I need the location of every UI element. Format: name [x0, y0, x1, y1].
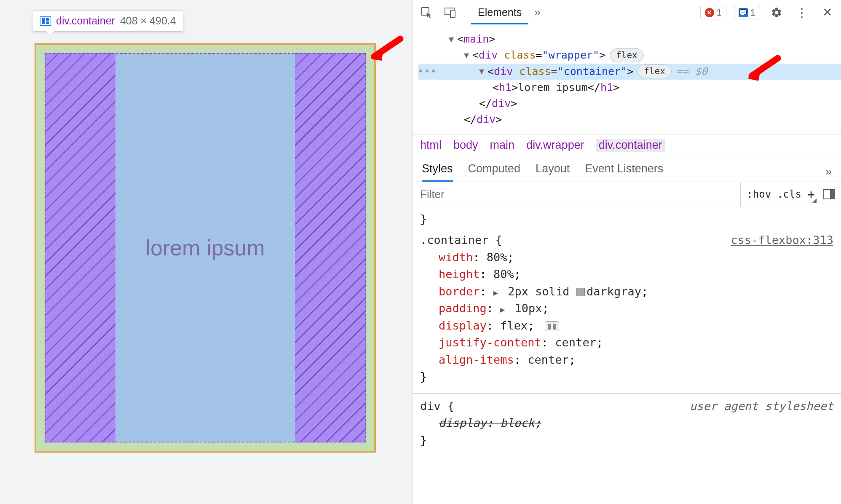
inspect-element-button[interactable]	[418, 4, 435, 21]
dom-attr-value: "container"	[557, 64, 627, 79]
flex-badge[interactable]: flex	[637, 64, 672, 78]
devtools-toolbar: Elements » ✕ 1 💬 1 ⋮ ✕	[412, 0, 841, 25]
breadcrumb-item[interactable]: div.wrapper	[526, 139, 584, 152]
annotation-arrow-right	[744, 55, 782, 86]
dom-node-close-div[interactable]: </div>	[418, 96, 841, 112]
styles-filter-row: :hov .cls +	[412, 182, 841, 207]
svg-rect-0	[40, 16, 51, 26]
styles-tools: :hov .cls +	[740, 182, 841, 207]
console-reference: == $0	[676, 64, 707, 79]
styles-filter-input[interactable]	[412, 182, 740, 207]
styles-tabs: Styles Computed Layout Event Listeners »	[412, 156, 841, 182]
highlight-padding: lorem ipsum	[36, 45, 374, 451]
svg-rect-2	[46, 18, 49, 21]
breadcrumb: html body main div.wrapper div.container	[412, 134, 841, 156]
device-toolbar-button[interactable]	[441, 4, 459, 21]
rule-close-brace: }	[420, 368, 833, 386]
inspector-tooltip: div.container 408 × 490.4	[33, 10, 183, 32]
cls-toggle[interactable]: .cls	[777, 188, 801, 200]
annotation-arrow-left	[371, 35, 404, 67]
tab-layout[interactable]: Layout	[536, 162, 570, 182]
dom-attr: class	[504, 48, 536, 63]
ellipsis-icon[interactable]: •••	[418, 64, 437, 79]
toolbar-divider	[465, 5, 465, 20]
rule-close-brace: }	[420, 432, 833, 449]
tooltip-dimensions: 408 × 490.4	[120, 15, 176, 27]
css-decl[interactable]: width: 80%;	[420, 249, 833, 266]
highlight-content-row: lorem ipsum	[45, 53, 366, 442]
settings-button[interactable]	[768, 4, 785, 21]
breadcrumb-item-active[interactable]: div.container	[596, 139, 665, 152]
styles-rules: } css-flexbox:313 .container { width: 80…	[412, 207, 841, 474]
flex-editor-icon[interactable]	[545, 321, 559, 331]
flex-badge[interactable]: flex	[610, 48, 644, 62]
tab-styles[interactable]: Styles	[422, 162, 453, 182]
css-decl[interactable]: padding: ▶ 10px;	[420, 300, 833, 317]
new-rule-button[interactable]: +	[807, 187, 817, 202]
dom-tag: main	[463, 32, 489, 47]
tooltip-tag: div	[56, 15, 69, 27]
dom-node-main[interactable]: ▼<main>	[418, 31, 841, 47]
breadcrumb-item[interactable]: html	[420, 139, 442, 152]
dom-tag: div	[477, 112, 495, 127]
close-devtools-button[interactable]: ✕	[818, 4, 836, 21]
css-decl[interactable]: height: 80%;	[420, 266, 833, 283]
dom-text: lorem ipsum	[518, 80, 588, 95]
tab-event-listeners[interactable]: Event Listeners	[585, 162, 663, 182]
color-swatch[interactable]	[576, 288, 585, 296]
dom-node-close-div-2[interactable]: </div>	[418, 112, 841, 128]
dom-attr-value: "wrapper"	[542, 48, 599, 63]
css-decl[interactable]: border: ▶ 2px solid darkgray;	[420, 283, 833, 300]
inspected-element-highlight: lorem ipsum	[35, 43, 376, 453]
css-decl[interactable]: align-items: center;	[420, 351, 833, 369]
css-rule-container[interactable]: css-flexbox:313 .container { width: 80%;…	[420, 232, 833, 386]
toolbar-right: ✕ 1 💬 1 ⋮ ✕	[700, 4, 836, 21]
tooltip-class: .container	[69, 15, 115, 27]
highlight-content: lorem ipsum	[115, 53, 295, 442]
dom-tag: div	[479, 48, 498, 63]
rule-separator	[412, 393, 841, 394]
rule-source-ua: user agent stylesheet	[690, 398, 833, 415]
page-preview: div.container 408 × 490.4 lorem ipsum	[0, 0, 412, 504]
dom-tag: h1	[499, 80, 512, 95]
info-count: 1	[750, 7, 755, 18]
dom-tag: h1	[600, 80, 613, 95]
tab-elements[interactable]: Elements	[471, 0, 528, 24]
dom-tag: div	[492, 96, 511, 111]
svg-rect-7	[450, 10, 455, 18]
css-rule-ua[interactable]: user agent stylesheet div { display: blo…	[420, 398, 833, 449]
flex-grid-icon	[40, 16, 51, 26]
dom-tag: div	[494, 64, 513, 79]
toggle-sidebar-icon[interactable]	[823, 189, 835, 199]
svg-rect-3	[46, 21, 49, 24]
css-decl[interactable]: display: flex;	[420, 317, 833, 335]
css-decl[interactable]: justify-content: center;	[420, 334, 833, 351]
highlight-flex-gap-right	[295, 53, 366, 442]
preview-text: lorem ipsum	[145, 235, 265, 260]
tooltip-selector: div.container	[56, 15, 115, 27]
hov-toggle[interactable]: :hov	[747, 188, 771, 200]
more-tabs-chevron-icon[interactable]: »	[534, 6, 540, 19]
svg-rect-1	[42, 18, 45, 24]
error-count: 1	[717, 7, 722, 18]
error-badge[interactable]: ✕ 1	[700, 6, 726, 19]
more-menu-button[interactable]: ⋮	[793, 4, 811, 21]
highlight-flex-gap-left	[45, 53, 115, 442]
breadcrumb-item[interactable]: main	[490, 139, 515, 152]
css-decl-overridden[interactable]: display: block;	[420, 415, 833, 432]
error-icon: ✕	[705, 8, 714, 17]
dom-attr: class	[519, 64, 551, 79]
tab-computed[interactable]: Computed	[468, 162, 521, 182]
rule-source-link[interactable]: css-flexbox:313	[731, 232, 833, 249]
more-tabs-chevron-icon[interactable]: »	[825, 165, 832, 178]
message-icon: 💬	[739, 8, 748, 17]
info-badge[interactable]: 💬 1	[734, 6, 760, 19]
breadcrumb-item[interactable]: body	[453, 139, 478, 152]
